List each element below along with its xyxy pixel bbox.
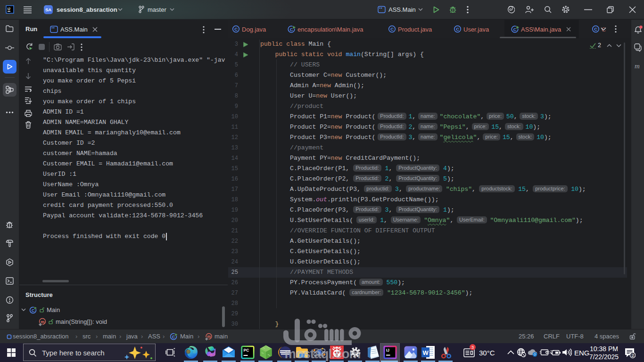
svg-text:2: 2 (632, 353, 634, 358)
svg-text:PC: PC (244, 348, 249, 353)
svg-text:IJ: IJ (386, 348, 389, 353)
svg-text:mostaql.com: mostaql.com (285, 346, 361, 361)
svg-text:W: W (423, 349, 429, 356)
svg-text:IJ: IJ (8, 7, 10, 10)
